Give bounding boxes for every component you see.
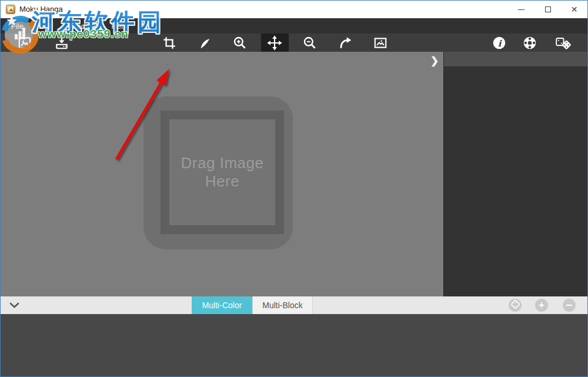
add-image-button[interactable]	[15, 34, 35, 52]
minimize-button[interactable]	[508, 1, 534, 18]
tab-multi-color[interactable]: Multi-Color	[192, 296, 252, 314]
close-icon: ✕	[571, 5, 578, 14]
menu-edit[interactable]: Edit	[36, 22, 55, 31]
content-area: Drag Image Here ❯	[1, 52, 587, 296]
curve-tool-button[interactable]	[195, 34, 215, 52]
title-bar: Moku Hanga ✕	[1, 1, 587, 18]
menu-bar: File Edit Window Help	[1, 18, 587, 34]
preview-image-button[interactable]	[370, 34, 390, 52]
dice-icon	[554, 35, 572, 51]
curve-icon	[197, 35, 212, 51]
right-panel	[443, 52, 587, 296]
remove-color-button[interactable]	[563, 299, 576, 312]
zoom-in-tool-button[interactable]	[230, 34, 250, 52]
add-color-button[interactable]: +	[535, 299, 548, 312]
chevron-right-icon: ❯	[430, 55, 439, 67]
menu-help[interactable]: Help	[109, 22, 131, 31]
panel-expand-button[interactable]: ❯	[427, 54, 442, 68]
right-panel-body	[444, 67, 587, 296]
zoom-out-tool-button[interactable]	[300, 34, 320, 52]
mode-tabs: Multi-Color Multi-Block	[192, 296, 313, 314]
crop-icon	[162, 35, 177, 51]
menu-window[interactable]: Window	[65, 22, 98, 31]
drop-zone-label: Drag Image Here	[181, 154, 264, 191]
import-image-button[interactable]	[52, 34, 72, 52]
close-button[interactable]: ✕	[561, 1, 587, 18]
toolbar: i	[1, 34, 587, 52]
maximize-icon	[545, 6, 551, 12]
minimize-icon	[518, 9, 524, 10]
tab-multi-block[interactable]: Multi-Block	[252, 296, 313, 314]
add-image-icon	[17, 35, 32, 51]
zoom-in-icon	[232, 35, 248, 51]
window-title: Moku Hanga	[19, 1, 63, 18]
dice-small-icon	[511, 300, 520, 311]
chevron-down-icon	[9, 300, 19, 311]
plus-icon: +	[539, 300, 544, 310]
right-panel-header	[444, 52, 587, 67]
move-tool-button[interactable]	[265, 34, 285, 52]
app-icon	[6, 5, 15, 14]
zoom-out-icon	[302, 35, 318, 51]
import-icon	[54, 35, 69, 51]
crop-tool-button[interactable]	[159, 34, 179, 52]
maximize-button[interactable]	[534, 1, 561, 18]
app-window: Moku Hanga ✕ File Edit Window Help	[0, 0, 588, 377]
bottom-bar: Multi-Color Multi-Block +	[1, 296, 587, 314]
image-drop-zone[interactable]: Drag Image Here	[143, 96, 293, 249]
menu-file[interactable]: File	[8, 22, 26, 31]
drop-zone-frame: Drag Image Here	[161, 111, 284, 234]
preview-image-icon	[373, 35, 388, 51]
move-icon	[267, 35, 282, 51]
collapse-panel-button[interactable]	[8, 296, 21, 314]
info-icon: i	[492, 35, 507, 51]
settings-icon	[522, 35, 537, 51]
redo-icon	[338, 35, 353, 51]
info-button[interactable]: i	[489, 34, 509, 52]
settings-button[interactable]	[520, 34, 540, 52]
color-strip-area	[1, 314, 587, 377]
randomize-colors-button[interactable]	[509, 299, 522, 312]
redo-button[interactable]	[335, 34, 355, 52]
randomize-button[interactable]	[553, 34, 573, 52]
canvas[interactable]: Drag Image Here ❯	[1, 52, 443, 296]
minus-icon	[566, 305, 572, 306]
